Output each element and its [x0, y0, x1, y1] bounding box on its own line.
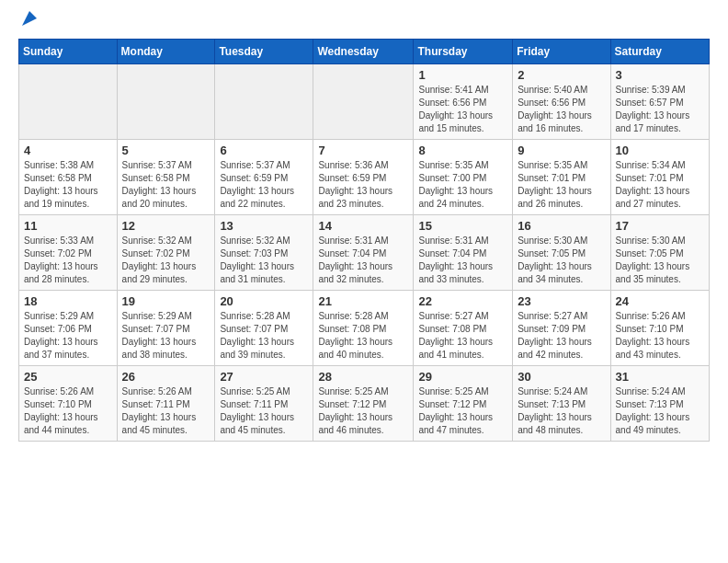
weekday-header-tuesday: Tuesday [215, 40, 313, 64]
day-info: Sunrise: 5:30 AM Sunset: 7:05 PM Dayligh… [616, 235, 704, 286]
day-info: Sunrise: 5:32 AM Sunset: 7:03 PM Dayligh… [220, 235, 308, 286]
day-info: Sunrise: 5:31 AM Sunset: 7:04 PM Dayligh… [418, 235, 507, 286]
day-info: Sunrise: 5:30 AM Sunset: 7:05 PM Dayligh… [518, 235, 605, 286]
day-info: Sunrise: 5:28 AM Sunset: 7:07 PM Dayligh… [220, 310, 308, 362]
day-number: 15 [418, 219, 507, 233]
day-number: 8 [418, 144, 507, 157]
logo [18, 15, 39, 28]
calendar-cell: 19Sunrise: 5:29 AM Sunset: 7:07 PM Dayli… [117, 291, 215, 366]
day-info: Sunrise: 5:37 AM Sunset: 6:58 PM Dayligh… [122, 159, 210, 211]
day-number: 31 [616, 370, 704, 384]
day-info: Sunrise: 5:26 AM Sunset: 7:11 PM Dayligh… [122, 385, 210, 437]
day-number: 9 [518, 144, 605, 157]
day-info: Sunrise: 5:40 AM Sunset: 6:56 PM Dayligh… [518, 84, 605, 135]
weekday-header-monday: Monday [117, 40, 215, 64]
calendar-cell: 18Sunrise: 5:29 AM Sunset: 7:06 PM Dayli… [19, 291, 118, 366]
day-info: Sunrise: 5:25 AM Sunset: 7:12 PM Dayligh… [418, 385, 507, 437]
day-number: 25 [24, 370, 112, 384]
day-info: Sunrise: 5:37 AM Sunset: 6:59 PM Dayligh… [220, 159, 308, 211]
day-number: 24 [616, 294, 704, 308]
calendar-cell: 12Sunrise: 5:32 AM Sunset: 7:02 PM Dayli… [117, 215, 215, 291]
day-number: 20 [220, 294, 308, 308]
calendar-cell: 10Sunrise: 5:34 AM Sunset: 7:01 PM Dayli… [610, 140, 709, 215]
calendar-cell: 26Sunrise: 5:26 AM Sunset: 7:11 PM Dayli… [117, 366, 215, 442]
calendar-cell: 25Sunrise: 5:26 AM Sunset: 7:10 PM Dayli… [19, 366, 118, 442]
day-info: Sunrise: 5:39 AM Sunset: 6:57 PM Dayligh… [616, 84, 704, 135]
day-info: Sunrise: 5:29 AM Sunset: 7:06 PM Dayligh… [24, 310, 112, 362]
day-number: 13 [220, 219, 308, 233]
day-number: 1 [418, 68, 507, 82]
day-info: Sunrise: 5:28 AM Sunset: 7:08 PM Dayligh… [318, 310, 408, 362]
day-info: Sunrise: 5:32 AM Sunset: 7:02 PM Dayligh… [122, 235, 210, 286]
day-info: Sunrise: 5:26 AM Sunset: 7:10 PM Dayligh… [24, 385, 112, 437]
day-number: 14 [318, 219, 408, 233]
calendar-table: SundayMondayTuesdayWednesdayThursdayFrid… [18, 39, 710, 442]
day-info: Sunrise: 5:36 AM Sunset: 6:59 PM Dayligh… [318, 159, 408, 211]
calendar-cell: 14Sunrise: 5:31 AM Sunset: 7:04 PM Dayli… [313, 215, 414, 291]
calendar-cell: 1Sunrise: 5:41 AM Sunset: 6:56 PM Daylig… [414, 64, 513, 140]
day-info: Sunrise: 5:24 AM Sunset: 7:13 PM Dayligh… [518, 385, 605, 437]
day-info: Sunrise: 5:34 AM Sunset: 7:01 PM Dayligh… [616, 159, 704, 211]
day-info: Sunrise: 5:25 AM Sunset: 7:11 PM Dayligh… [220, 385, 308, 437]
weekday-header-saturday: Saturday [610, 40, 709, 64]
header [18, 15, 710, 28]
page: SundayMondayTuesdayWednesdayThursdayFrid… [0, 0, 728, 456]
day-number: 21 [318, 294, 408, 308]
calendar-cell: 21Sunrise: 5:28 AM Sunset: 7:08 PM Dayli… [313, 291, 414, 366]
calendar-cell: 15Sunrise: 5:31 AM Sunset: 7:04 PM Dayli… [414, 215, 513, 291]
day-info: Sunrise: 5:35 AM Sunset: 7:01 PM Dayligh… [518, 159, 605, 211]
day-number: 26 [122, 370, 210, 384]
calendar-cell: 20Sunrise: 5:28 AM Sunset: 7:07 PM Dayli… [215, 291, 313, 366]
day-number: 30 [518, 370, 605, 384]
day-info: Sunrise: 5:25 AM Sunset: 7:12 PM Dayligh… [318, 385, 408, 437]
day-number: 3 [616, 68, 704, 82]
calendar-cell: 16Sunrise: 5:30 AM Sunset: 7:05 PM Dayli… [513, 215, 610, 291]
weekday-header-friday: Friday [513, 40, 610, 64]
day-info: Sunrise: 5:33 AM Sunset: 7:02 PM Dayligh… [24, 235, 112, 286]
day-number: 27 [220, 370, 308, 384]
day-number: 18 [24, 294, 112, 308]
weekday-header-sunday: Sunday [19, 40, 118, 64]
calendar-cell: 30Sunrise: 5:24 AM Sunset: 7:13 PM Dayli… [513, 366, 610, 442]
weekday-header-wednesday: Wednesday [313, 40, 414, 64]
calendar-cell [19, 64, 118, 140]
calendar-cell: 27Sunrise: 5:25 AM Sunset: 7:11 PM Dayli… [215, 366, 313, 442]
day-info: Sunrise: 5:29 AM Sunset: 7:07 PM Dayligh… [122, 310, 210, 362]
calendar-cell: 31Sunrise: 5:24 AM Sunset: 7:13 PM Dayli… [610, 366, 709, 442]
day-number: 5 [122, 144, 210, 157]
calendar-cell: 29Sunrise: 5:25 AM Sunset: 7:12 PM Dayli… [414, 366, 513, 442]
calendar-cell: 5Sunrise: 5:37 AM Sunset: 6:58 PM Daylig… [117, 140, 215, 215]
day-number: 11 [24, 219, 112, 233]
day-info: Sunrise: 5:26 AM Sunset: 7:10 PM Dayligh… [616, 310, 704, 362]
day-info: Sunrise: 5:27 AM Sunset: 7:09 PM Dayligh… [518, 310, 605, 362]
day-number: 6 [220, 144, 308, 157]
day-number: 17 [616, 219, 704, 233]
logo-icon [20, 9, 39, 28]
day-number: 29 [418, 370, 507, 384]
svg-marker-0 [22, 11, 37, 26]
day-info: Sunrise: 5:38 AM Sunset: 6:58 PM Dayligh… [24, 159, 112, 211]
calendar-cell: 22Sunrise: 5:27 AM Sunset: 7:08 PM Dayli… [414, 291, 513, 366]
day-number: 10 [616, 144, 704, 157]
day-number: 28 [318, 370, 408, 384]
day-info: Sunrise: 5:31 AM Sunset: 7:04 PM Dayligh… [318, 235, 408, 286]
calendar-cell: 13Sunrise: 5:32 AM Sunset: 7:03 PM Dayli… [215, 215, 313, 291]
day-number: 19 [122, 294, 210, 308]
day-info: Sunrise: 5:27 AM Sunset: 7:08 PM Dayligh… [418, 310, 507, 362]
calendar-cell: 3Sunrise: 5:39 AM Sunset: 6:57 PM Daylig… [610, 64, 709, 140]
calendar-cell [215, 64, 313, 140]
calendar-cell: 2Sunrise: 5:40 AM Sunset: 6:56 PM Daylig… [513, 64, 610, 140]
calendar-cell: 7Sunrise: 5:36 AM Sunset: 6:59 PM Daylig… [313, 140, 414, 215]
calendar-cell: 6Sunrise: 5:37 AM Sunset: 6:59 PM Daylig… [215, 140, 313, 215]
calendar-cell [313, 64, 414, 140]
day-info: Sunrise: 5:35 AM Sunset: 7:00 PM Dayligh… [418, 159, 507, 211]
day-number: 7 [318, 144, 408, 157]
day-info: Sunrise: 5:24 AM Sunset: 7:13 PM Dayligh… [616, 385, 704, 437]
calendar-cell: 28Sunrise: 5:25 AM Sunset: 7:12 PM Dayli… [313, 366, 414, 442]
day-info: Sunrise: 5:41 AM Sunset: 6:56 PM Dayligh… [418, 84, 507, 135]
calendar-cell: 17Sunrise: 5:30 AM Sunset: 7:05 PM Dayli… [610, 215, 709, 291]
calendar-cell: 11Sunrise: 5:33 AM Sunset: 7:02 PM Dayli… [19, 215, 118, 291]
day-number: 16 [518, 219, 605, 233]
day-number: 12 [122, 219, 210, 233]
calendar-cell: 4Sunrise: 5:38 AM Sunset: 6:58 PM Daylig… [19, 140, 118, 215]
